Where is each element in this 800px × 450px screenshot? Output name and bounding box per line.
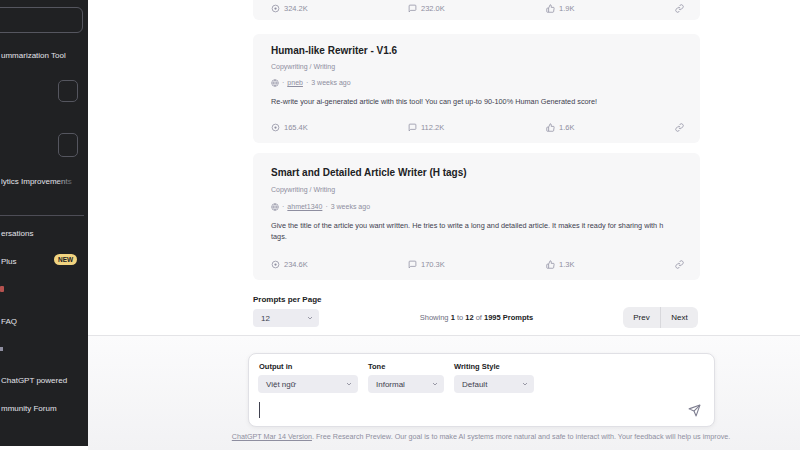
sidebar-divider — [0, 215, 84, 216]
prompt-author-link[interactable]: ahmet1340 — [287, 202, 322, 211]
likes-count: 1.3K — [559, 260, 574, 269]
next-button[interactable]: Next — [661, 307, 698, 328]
showing-to: 12 — [465, 313, 473, 322]
output-in-select[interactable]: Việt ngữ — [258, 375, 358, 393]
prompt-category: Copywriting / Writing — [271, 63, 335, 71]
thumbs-up-icon — [546, 260, 555, 269]
prompt-age: 3 weeks ago — [311, 78, 350, 87]
prompt-description: Re-write your ai-generated article with … — [271, 96, 673, 107]
comments-stat: 112.2K — [408, 123, 444, 132]
prompt-meta: · pneb · 3 weeks ago — [271, 78, 351, 87]
comment-icon — [408, 4, 417, 13]
thumbs-up-icon — [546, 4, 555, 13]
copy-link-button[interactable] — [675, 4, 684, 13]
main-content: 324.2K 232.0K 1.9K Human-like Rewriter -… — [88, 0, 800, 450]
send-icon — [688, 404, 701, 417]
app-footer: ChatGPT Mar 14 Version. Free Research Pr… — [228, 432, 734, 441]
tone-value: Informal — [376, 380, 405, 389]
version-link[interactable]: ChatGPT Mar 14 Version — [232, 432, 312, 441]
prompt-stats-row: 324.2K 232.0K 1.9K — [271, 4, 684, 15]
prompt-stats-row: 234.6K 170.3K 1.3K — [271, 260, 684, 271]
send-button[interactable] — [688, 404, 701, 417]
showing-prefix: Showing — [420, 313, 451, 322]
comments-count: 232.0K — [421, 4, 445, 13]
text-caret — [259, 402, 260, 418]
comment-icon — [408, 260, 417, 269]
sidebar: ummarization Tool lytics Improvements er… — [0, 0, 88, 446]
sidebar-item-chatgpt-powered[interactable]: ChatGPT powered — [1, 376, 67, 386]
message-input[interactable] — [251, 398, 691, 424]
prompt-card[interactable]: Human-like Rewriter - V1.6 Copywriting /… — [253, 34, 700, 143]
prompt-title: Smart and Detailed Article Writer (H tag… — [271, 167, 467, 179]
comments-count: 112.2K — [421, 123, 444, 132]
prompts-per-page-label: Prompts per Page — [253, 295, 321, 304]
views-count: 234.6K — [284, 260, 308, 269]
chat-input-card: Output in Tone Writing Style Việt ngữ In… — [248, 353, 715, 427]
link-icon — [675, 123, 684, 132]
output-in-label: Output in — [259, 362, 292, 371]
copy-link-button[interactable] — [675, 123, 684, 132]
likes-count: 1.6K — [559, 123, 574, 132]
new-chat-button[interactable] — [0, 7, 83, 33]
likes-count: 1.9K — [559, 4, 574, 13]
sidebar-item-updates-faq[interactable]: FAQ — [1, 317, 17, 327]
prompt-title: Human-like Rewriter - V1.6 — [271, 45, 397, 57]
link-icon — [675, 4, 684, 13]
prompt-age: 3 weeks ago — [331, 202, 370, 211]
prompt-card-cutoff[interactable]: 324.2K 232.0K 1.9K — [253, 0, 700, 20]
comments-stat: 170.3K — [408, 260, 445, 269]
likes-stat: 1.9K — [546, 4, 574, 13]
tone-label: Tone — [368, 362, 385, 371]
views-stat: 165.4K — [271, 123, 308, 132]
prompt-stats-row: 165.4K 112.2K 1.6K — [271, 123, 684, 134]
meta-dot: · — [325, 202, 327, 211]
chevron-down-icon — [521, 380, 529, 388]
writing-style-value: Default — [462, 380, 487, 389]
icon-fragment-red — [0, 286, 4, 292]
views-count: 165.4K — [284, 123, 308, 132]
views-stat: 324.2K — [271, 4, 308, 13]
showing-total: 1995 Prompts — [484, 313, 533, 322]
comments-count: 170.3K — [421, 260, 445, 269]
views-count: 324.2K — [284, 4, 308, 13]
comment-icon — [408, 123, 417, 132]
prompt-card[interactable]: Smart and Detailed Article Writer (H tag… — [253, 153, 700, 280]
prompt-meta: · ahmet1340 · 3 weeks ago — [271, 202, 370, 211]
likes-stat: 1.3K — [546, 260, 574, 269]
sidebar-button-fragment — [58, 80, 78, 102]
tone-select[interactable]: Informal — [368, 375, 444, 393]
sidebar-item-clear-conversations[interactable]: ersations — [1, 229, 33, 239]
text-fade-overlay — [56, 175, 84, 187]
chevron-down-icon — [431, 380, 439, 388]
showing-of-word: of — [474, 313, 484, 322]
meta-dot: · — [282, 78, 284, 87]
meta-dot: · — [306, 78, 308, 87]
views-icon — [271, 123, 280, 132]
icon-fragment-gray — [0, 347, 3, 351]
views-icon — [271, 260, 280, 269]
globe-icon — [271, 79, 279, 87]
output-in-value: Việt ngữ — [266, 380, 296, 389]
writing-style-label: Writing Style — [454, 362, 500, 371]
new-badge: NEW — [54, 254, 77, 265]
link-icon — [675, 260, 684, 269]
globe-icon — [271, 203, 279, 211]
prompt-category: Copywriting / Writing — [271, 186, 335, 194]
meta-dot: · — [282, 202, 284, 211]
sidebar-button-fragment — [58, 133, 78, 157]
sidebar-item-community-forum[interactable]: mmunity Forum — [1, 404, 57, 414]
chevron-down-icon — [345, 380, 353, 388]
prompt-author-link[interactable]: pneb — [287, 78, 303, 87]
prev-button[interactable]: Prev — [623, 307, 660, 328]
writing-style-select[interactable]: Default — [454, 375, 534, 393]
comments-stat: 232.0K — [408, 4, 445, 13]
copy-link-button[interactable] — [675, 260, 684, 269]
prompt-description: Give the title of the article you want w… — [271, 220, 673, 242]
sidebar-conversation-item[interactable]: ummarization Tool — [1, 51, 66, 61]
views-stat: 234.6K — [271, 260, 308, 269]
showing-to-word: to — [455, 313, 465, 322]
pager: Prev Next — [623, 307, 698, 328]
thumbs-up-icon — [546, 123, 555, 132]
app-screen: ummarization Tool lytics Improvements er… — [0, 0, 800, 450]
sidebar-item-upgrade-plus[interactable]: Plus — [1, 257, 17, 267]
